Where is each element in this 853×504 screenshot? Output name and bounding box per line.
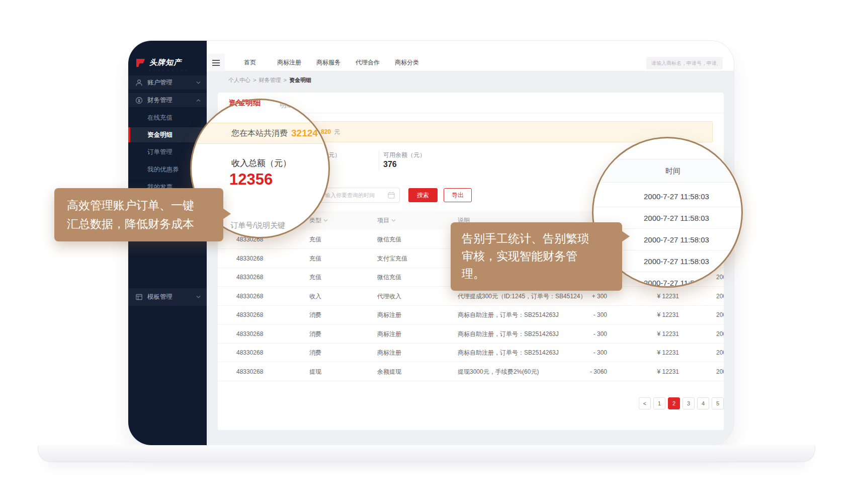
- chevron-up-icon: [196, 99, 201, 102]
- breadcrumb: 个人中心 > 财务管理 > 资金明细: [228, 71, 311, 89]
- cell-type: 消费: [309, 343, 321, 362]
- cell-desc: 商标自助注册，订单号：SB2514263J: [458, 324, 559, 344]
- cell-amount: - 300: [545, 343, 607, 362]
- nav-link-4[interactable]: 商标分类: [395, 58, 419, 67]
- magnified-income-label: 收入总额（元）: [231, 157, 291, 169]
- pagination-page-1[interactable]: 1: [653, 397, 665, 409]
- magnified-banner: 您在本站共消费 32124: [192, 123, 330, 144]
- chevron-down-icon: [196, 81, 201, 84]
- pagination-page-5[interactable]: 5: [712, 397, 724, 409]
- nav-link-1[interactable]: 商标注册: [277, 58, 301, 67]
- page: 头牌知产 · · · · · · · · · 账户管理财务管理在线充值资金明细订…: [0, 0, 853, 504]
- brand-name: 头牌知产 · · · · · · · · ·: [149, 58, 188, 71]
- cell-project: 微信充值: [377, 230, 401, 249]
- cell-type: 消费: [309, 324, 321, 344]
- cell-amount: - 300: [545, 324, 607, 344]
- search-button[interactable]: 搜索: [408, 188, 438, 202]
- cell-order: 48330268: [236, 268, 263, 287]
- cell-project: 代理收入: [377, 287, 401, 306]
- cell-type: 充值: [309, 230, 321, 249]
- chevron-down-icon: [196, 296, 201, 298]
- cell-time: 2000-7-27 11:58:03: [716, 324, 724, 344]
- nav-link-2[interactable]: 商标服务: [316, 58, 340, 67]
- cell-balance: ¥ 12231: [620, 287, 679, 306]
- cell-time: 2000-7-27 11:58:03: [716, 287, 724, 306]
- cell-balance: ¥ 12231: [620, 324, 679, 344]
- user-icon: [135, 79, 143, 87]
- callout-left-arrow: [223, 208, 231, 219]
- cell-type: 收入: [309, 287, 321, 306]
- col-header-project[interactable]: 项目: [377, 211, 396, 230]
- cell-project: 支付宝充值: [377, 249, 407, 268]
- cell-desc: 商标自助注册，订单号：SB2514263J: [458, 305, 559, 324]
- cell-project: 微信充值: [377, 268, 401, 287]
- cell-time: 2000-7-27 11:58:03: [716, 343, 724, 362]
- cell-type: 消费: [309, 305, 321, 324]
- cell-time: 2000-7-27 11:58:03: [716, 362, 724, 381]
- cell-balance: ¥ 12231: [620, 305, 679, 324]
- magnified-banner-value: 32124: [291, 123, 318, 143]
- cell-desc: 商标自助注册，订单号：SB2514263J: [458, 343, 559, 362]
- sidebar: 头牌知产 · · · · · · · · · 账户管理财务管理在线充值资金明细订…: [128, 41, 207, 445]
- magnified-header-fragment: 订单号/说明关键: [230, 221, 285, 230]
- cell-amount: - 3060: [545, 362, 607, 381]
- magnified-banner-text: 您在本站共消费: [231, 123, 288, 143]
- breadcrumb-current: 资金明细: [289, 76, 311, 84]
- breadcrumb-finance[interactable]: 财务管理: [259, 76, 281, 84]
- sidebar-group-7[interactable]: 模板管理: [128, 288, 207, 306]
- pagination-page-2[interactable]: 2: [668, 397, 680, 409]
- nav-links: 首页商标注册商标服务代理合作商标分类: [238, 54, 419, 71]
- table-row: 48330268消费商标注册商标自助注册，订单号：SB2514263J- 300…: [218, 324, 724, 344]
- cell-type: 充值: [309, 249, 321, 268]
- cell-balance: ¥ 12231: [620, 343, 679, 362]
- pagination-prev-icon[interactable]: <: [639, 397, 651, 409]
- available-balance-value: 376: [383, 160, 397, 169]
- magnified-income-value: 12356: [229, 171, 273, 189]
- nav-link-0[interactable]: 首页: [238, 58, 262, 67]
- brand-tagline-dots: · · · · · · · · ·: [149, 68, 188, 71]
- cell-amount: - 300: [545, 305, 607, 324]
- magnified-time-row: 2000-7-27 11:58:03: [593, 186, 743, 207]
- cell-order: 48330268: [236, 324, 263, 344]
- table-row: 48330268提现余额提现提现3000元，手续费2%(60元)- 3060¥ …: [218, 362, 724, 381]
- nav-link-3[interactable]: 代理合作: [356, 58, 380, 67]
- search-input[interactable]: [646, 57, 723, 69]
- cell-project: 商标注册: [377, 305, 401, 324]
- cell-order: 48330268: [236, 343, 263, 362]
- cell-order: 48330268: [236, 305, 263, 324]
- stat-divider: [379, 150, 379, 171]
- cell-balance: ¥ 12231: [620, 362, 679, 381]
- sidebar-group-0[interactable]: 账户管理: [128, 75, 207, 90]
- brand-logo: 头牌知产 · · · · · · · · ·: [135, 58, 188, 71]
- magnified-time-header: 时间: [593, 159, 743, 183]
- cell-type: 提现: [309, 362, 321, 381]
- menu-toggle-icon[interactable]: [207, 54, 225, 71]
- cell-time: 2000-7-27 11:58:03: [716, 268, 724, 287]
- template-icon: [135, 293, 143, 301]
- breadcrumb-sep: >: [253, 77, 256, 83]
- sidebar-item-3[interactable]: 资金明细: [128, 127, 207, 142]
- callout-right: 告别手工统计、告别繁琐 审核，实现智能财务管 理。: [451, 222, 622, 291]
- table-row: 48330268消费商标注册商标自助注册，订单号：SB2514263J- 300…: [218, 305, 724, 324]
- table-row: 48330268消费商标注册商标自助注册，订单号：SB2514263J- 300…: [218, 343, 724, 362]
- pagination-page-4[interactable]: 4: [697, 397, 709, 409]
- pagination-page-3[interactable]: 3: [683, 397, 695, 409]
- export-button[interactable]: 导出: [444, 188, 472, 202]
- callout-right-arrow: [622, 231, 630, 242]
- cell-project: 余额提现: [377, 362, 401, 381]
- banner-unit: 元: [334, 122, 340, 142]
- cell-desc: 提现3000元，手续费2%(60元): [458, 362, 539, 381]
- sidebar-group-1[interactable]: 财务管理: [128, 93, 207, 107]
- date-query-input[interactable]: [319, 188, 400, 203]
- sidebar-item-2[interactable]: 在线充值: [128, 112, 207, 124]
- cell-project: 商标注册: [377, 343, 401, 362]
- laptop-base: [38, 445, 815, 462]
- cell-order: 48330268: [236, 287, 263, 306]
- cell-order: 48330268: [236, 249, 263, 268]
- pagination: <12345: [639, 397, 724, 409]
- finance-icon: [135, 97, 143, 104]
- available-balance-label: 可用余额（元）: [383, 151, 425, 159]
- breadcrumb-home[interactable]: 个人中心: [228, 76, 250, 84]
- cell-project: 商标注册: [377, 324, 401, 344]
- top-navbar: 首页商标注册商标服务代理合作商标分类: [207, 41, 734, 71]
